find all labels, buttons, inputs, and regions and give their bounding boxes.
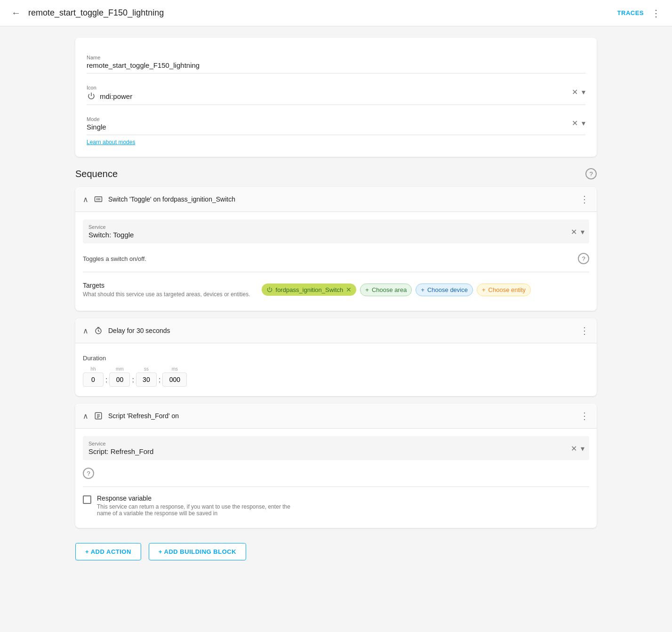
- action2-timer-icon: [93, 325, 104, 336]
- mm-input[interactable]: [109, 373, 130, 387]
- action2-title: Delay for 30 seconds: [108, 327, 575, 334]
- mode-label: Mode: [87, 116, 585, 122]
- action1-help-icon[interactable]: ?: [578, 253, 589, 264]
- config-card: Name remote_start_toggle_F150_lightning …: [75, 38, 597, 157]
- action1-collapse-icon[interactable]: ∧: [83, 195, 88, 204]
- action1-card: ∧ Switch 'Toggle' on fordpass_ignition_S…: [75, 187, 597, 311]
- action1-more-icon[interactable]: ⋮: [580, 194, 589, 205]
- top-bar-right: TRACES ⋮: [617, 8, 661, 19]
- response-variable-row: Response variable This service can retur…: [83, 491, 589, 520]
- action1-service-actions: ✕ ▾: [571, 227, 584, 236]
- add-device-plus-icon: +: [421, 286, 424, 293]
- back-icon[interactable]: ←: [11, 8, 21, 18]
- icon-chevron-icon[interactable]: ▾: [582, 88, 585, 97]
- sequence-help-icon[interactable]: ?: [585, 168, 597, 179]
- page-title: remote_start_toggle_F150_lightning: [28, 8, 164, 18]
- action1-choose-area-chip[interactable]: + Choose area: [360, 284, 412, 296]
- action3-service-field: Service Script: Refresh_Ford ✕ ▾: [83, 436, 589, 460]
- action1-switch-icon: [93, 194, 104, 204]
- action3-help-icon[interactable]: ?: [83, 468, 94, 479]
- action1-choose-device-chip[interactable]: + Choose device: [416, 284, 473, 296]
- action1-targets-section: Targets What should this service use as …: [83, 276, 589, 303]
- action1-entity-chip[interactable]: fordpass_ignition_Switch ✕: [262, 284, 357, 296]
- action1-description-row: Toggles a switch on/off. ?: [83, 249, 589, 268]
- action2-body: Duration hh : mm : ss: [75, 343, 597, 396]
- action1-header: ∧ Switch 'Toggle' on fordpass_ignition_S…: [75, 187, 597, 212]
- action3-collapse-icon[interactable]: ∧: [83, 412, 88, 421]
- action3-script-icon: [93, 411, 104, 421]
- top-bar: ← remote_start_toggle_F150_lightning TRA…: [0, 0, 672, 26]
- ss-label: ss: [144, 366, 149, 372]
- ss-input[interactable]: [136, 373, 157, 387]
- duration-section: Duration hh : mm : ss: [83, 351, 589, 389]
- hh-label: hh: [90, 366, 96, 372]
- icon-value: mdi:power: [100, 92, 132, 100]
- mm-field: mm: [109, 366, 130, 387]
- name-value: remote_start_toggle_F150_lightning: [87, 61, 585, 69]
- action1-service-field: Service Switch: Toggle ✕ ▾: [83, 219, 589, 243]
- action1-entity-chip-label: fordpass_ignition_Switch: [276, 286, 344, 293]
- action3-service-label: Service: [88, 441, 106, 446]
- action1-description: Toggles a switch on/off.: [83, 255, 146, 262]
- ss-field: ss: [136, 366, 157, 387]
- action2-collapse-icon[interactable]: ∧: [83, 326, 88, 335]
- action1-choose-entity-label: Choose entity: [488, 286, 526, 293]
- response-variable-checkbox[interactable]: [83, 495, 91, 504]
- add-building-block-button[interactable]: + ADD BUILDING BLOCK: [149, 543, 246, 560]
- action3-service-actions: ✕ ▾: [571, 444, 584, 453]
- add-action-button[interactable]: + ADD ACTION: [75, 543, 141, 560]
- mm-label: mm: [116, 366, 124, 372]
- traces-link[interactable]: TRACES: [617, 9, 644, 16]
- action1-service-chevron-icon[interactable]: ▾: [581, 227, 584, 236]
- action3-service-chevron-icon[interactable]: ▾: [581, 444, 584, 453]
- action1-entity-chip-close-icon[interactable]: ✕: [346, 286, 352, 293]
- bottom-actions: + ADD ACTION + ADD BUILDING BLOCK: [75, 535, 597, 568]
- action3-card: ∧ Script 'Refresh_Ford' on ⋮ Service Scr…: [75, 404, 597, 528]
- time-sep-1: :: [104, 376, 109, 384]
- mode-field-actions: ✕ ▾: [572, 118, 585, 127]
- time-sep-3: :: [157, 376, 162, 384]
- sequence-title: Sequence: [75, 169, 118, 179]
- more-menu-icon[interactable]: ⋮: [651, 8, 661, 19]
- response-variable-title: Response variable: [97, 494, 295, 502]
- action1-service-clear-icon[interactable]: ✕: [571, 227, 577, 236]
- action3-service-clear-icon[interactable]: ✕: [571, 444, 577, 453]
- main-content: Name remote_start_toggle_F150_lightning …: [0, 26, 672, 579]
- power-icon: [87, 91, 96, 101]
- mode-chevron-icon[interactable]: ▾: [582, 118, 585, 127]
- action1-choose-device-label: Choose device: [427, 286, 468, 293]
- duration-label: Duration: [83, 355, 589, 362]
- action3-service-value: Script: Refresh_Ford: [88, 447, 153, 455]
- icon-field-actions: ✕ ▾: [572, 88, 585, 97]
- ms-field: ms: [162, 366, 187, 387]
- action2-more-icon[interactable]: ⋮: [580, 325, 589, 336]
- hh-input[interactable]: [83, 373, 104, 387]
- mode-value: Single: [87, 123, 585, 131]
- add-area-plus-icon: +: [365, 286, 369, 293]
- action3-more-icon[interactable]: ⋮: [580, 410, 589, 421]
- action1-title: Switch 'Toggle' on fordpass_ignition_Swi…: [108, 195, 575, 203]
- mode-clear-icon[interactable]: ✕: [572, 118, 578, 127]
- action1-choose-entity-chip[interactable]: + Choose entity: [477, 284, 531, 296]
- name-label: Name: [87, 55, 585, 60]
- action2-card: ∧ Delay for 30 seconds ⋮ Duration hh: [75, 318, 597, 396]
- name-field-row: Name remote_start_toggle_F150_lightning: [87, 49, 585, 73]
- action1-service-label: Service: [88, 224, 106, 230]
- action3-body: Service Script: Refresh_Ford ✕ ▾ ? Respo…: [75, 429, 597, 528]
- learn-about-modes-link[interactable]: Learn about modes: [87, 139, 135, 146]
- mode-field-row: Mode Single ✕ ▾: [87, 111, 585, 135]
- sequence-section-header: Sequence ?: [75, 168, 597, 179]
- icon-label: Icon: [87, 85, 585, 90]
- action1-targets-chips: fordpass_ignition_Switch ✕ + Choose area…: [262, 282, 589, 298]
- action1-choose-area-label: Choose area: [372, 286, 407, 293]
- action1-targets-label-block: Targets What should this service use as …: [83, 282, 250, 298]
- icon-clear-icon[interactable]: ✕: [572, 88, 578, 97]
- ms-input[interactable]: [162, 373, 187, 387]
- response-variable-desc: This service can return a response, if y…: [97, 503, 295, 517]
- action1-body: Service Switch: Toggle ✕ ▾ Toggles a swi…: [75, 212, 597, 311]
- action3-title: Script 'Refresh_Ford' on: [108, 412, 575, 420]
- add-entity-plus-icon: +: [482, 286, 486, 293]
- action1-targets-title: Targets: [83, 282, 250, 289]
- top-bar-left: ← remote_start_toggle_F150_lightning: [11, 8, 164, 18]
- ms-label: ms: [172, 366, 178, 372]
